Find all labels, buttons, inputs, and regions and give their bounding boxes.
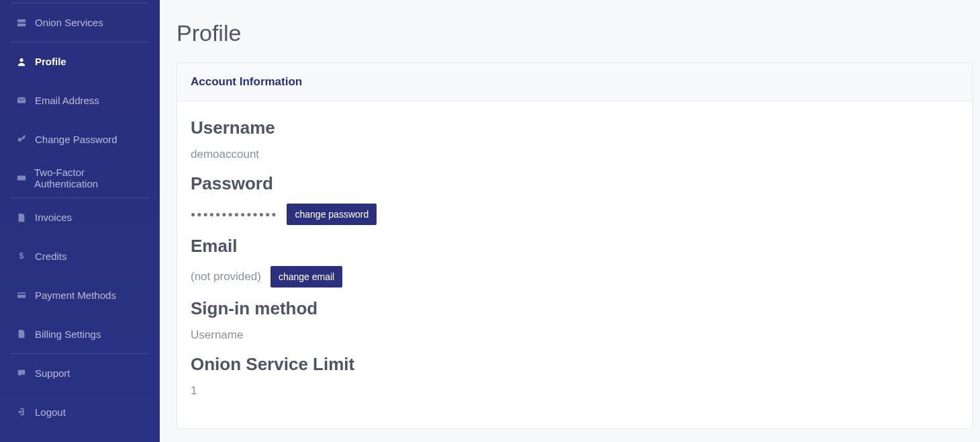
change-password-button[interactable]: change password [287, 204, 377, 225]
user-icon [16, 56, 27, 67]
sidebar-item-email-address[interactable]: Email Address [0, 81, 160, 120]
sidebar-item-label: Onion Services [35, 17, 103, 28]
signin-method-value: Username [191, 328, 959, 342]
svg-rect-0 [17, 19, 26, 21]
card-body: Username demoaccount Password ●●●●●●●●●●… [177, 101, 972, 429]
sidebar-item-profile[interactable]: Profile [11, 42, 148, 81]
username-label: Username [191, 118, 959, 138]
sidebar-item-billing-settings[interactable]: Billing Settings [0, 314, 160, 353]
document-icon [16, 328, 27, 339]
account-info-card: Account Information Username demoaccount… [177, 62, 973, 429]
server-icon [16, 17, 27, 28]
sidebar-item-change-password[interactable]: Change Password [0, 120, 160, 159]
file-icon [16, 212, 27, 223]
sidebar-item-label: Logout [35, 406, 66, 418]
sidebar-item-support[interactable]: Support [11, 353, 148, 392]
page-title: Profile [177, 20, 973, 46]
envelope-icon [16, 95, 27, 105]
key-icon [16, 134, 27, 144]
sidebar-item-label: Credits [35, 251, 67, 262]
sidebar-item-label: Payment Methods [35, 290, 116, 301]
sidebar-item-payment-methods[interactable]: Payment Methods [0, 275, 160, 314]
svg-rect-3 [17, 97, 26, 103]
svg-point-2 [19, 58, 23, 61]
email-value: (not provided) [191, 270, 261, 283]
signin-method-label: Sign-in method [191, 298, 959, 319]
svg-text:$: $ [19, 251, 24, 261]
svg-rect-8 [17, 294, 26, 295]
logout-icon [16, 406, 27, 417]
password-label: Password [191, 173, 959, 194]
email-label: Email [191, 236, 959, 257]
card-header: Account Information [177, 63, 972, 101]
sidebar-item-logout[interactable]: Logout [0, 392, 160, 431]
sidebar-item-label: Profile [35, 56, 66, 67]
credit-card-icon [16, 290, 27, 300]
keyboard-icon [16, 173, 26, 183]
main-content: Profile Account Information Username dem… [160, 0, 980, 442]
onion-limit-value: 1 [191, 384, 959, 398]
card-header-title: Account Information [191, 75, 959, 89]
sidebar: Onion Services Profile Email Address Cha… [0, 0, 160, 442]
sidebar-item-label: Change Password [35, 134, 117, 145]
dollar-icon: $ [16, 251, 27, 261]
change-email-button[interactable]: change email [271, 266, 342, 288]
svg-rect-1 [17, 23, 26, 26]
sidebar-item-invoices[interactable]: Invoices [11, 197, 148, 236]
sidebar-item-label: Email Address [35, 95, 99, 106]
svg-rect-7 [17, 293, 26, 298]
password-masked: ●●●●●●●●●●●●●● [191, 210, 277, 219]
sidebar-item-label: Invoices [35, 212, 72, 223]
sidebar-item-label: Two-Factor Authentication [34, 167, 144, 189]
onion-limit-label: Onion Service Limit [191, 354, 959, 375]
sidebar-item-two-factor[interactable]: Two-Factor Authentication [0, 159, 160, 197]
svg-rect-5 [17, 176, 25, 181]
sidebar-item-credits[interactable]: $ Credits [0, 236, 160, 275]
chat-icon [16, 368, 27, 379]
username-value: demoaccount [191, 148, 959, 161]
sidebar-item-label: Support [35, 367, 70, 379]
sidebar-item-onion-services[interactable]: Onion Services [11, 3, 148, 42]
sidebar-item-label: Billing Settings [35, 328, 101, 340]
